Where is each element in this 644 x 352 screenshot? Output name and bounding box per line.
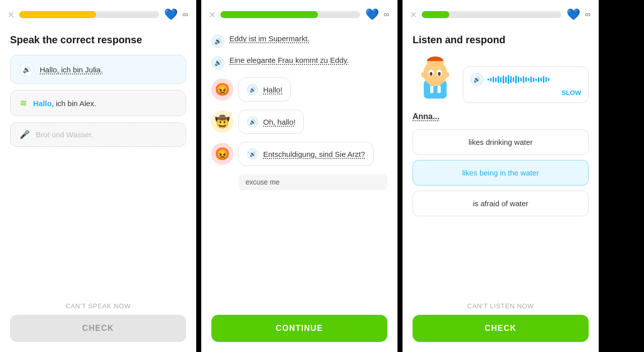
response-rest: ich bin Alex. <box>54 99 96 108</box>
panel3-header: × 💙 ∞ <box>403 0 599 26</box>
waveform-icon: ≋ <box>20 98 27 109</box>
cant-listen-link[interactable]: CAN'T LISTEN NOW <box>467 302 534 310</box>
panel-speak: × 💙 ∞ Speak the correct response 🔊 Hallo… <box>0 0 196 352</box>
close-icon[interactable]: × <box>8 10 14 20</box>
chat-speaker-1[interactable]: 🔊 <box>247 84 258 95</box>
infinity-icon: ∞ <box>183 10 188 19</box>
narrator-speaker-1[interactable]: 🔊 <box>211 35 224 48</box>
svg-point-6 <box>430 72 432 75</box>
chat-text-2: Oh, hallo! <box>263 118 295 126</box>
panel3-footer: CAN'T LISTEN NOW CHECK <box>403 296 599 352</box>
waveform-bar <box>490 78 492 81</box>
avatar-eddy-2: 😡 <box>211 143 233 165</box>
divider-2 <box>397 0 403 352</box>
waveform-bar <box>493 76 494 82</box>
waveform-bar <box>508 75 509 84</box>
waveform-bar <box>535 78 537 81</box>
chat-bubble-1[interactable]: 🔊 Hallo! <box>238 77 291 102</box>
panel-listen: × 💙 ∞ Listen and respond <box>403 0 599 352</box>
waveform-bar <box>488 78 489 80</box>
waveform-bars <box>488 75 581 84</box>
waveform-bar <box>505 76 507 83</box>
chat-section: 🔊 Eddy ist im Supermarkt. 🔊 Eine elegant… <box>211 34 387 301</box>
progress-bar-bg-3 <box>422 11 561 18</box>
divider-1 <box>196 0 201 352</box>
continue-button[interactable]: CONTINUE <box>211 315 387 342</box>
choice-3-button[interactable]: is afraid of water <box>413 191 589 216</box>
waveform-bar <box>543 76 544 83</box>
character-illustration <box>413 53 458 103</box>
chat-speaker-2[interactable]: 🔊 <box>247 116 258 127</box>
check-button[interactable]: CHECK <box>10 315 186 342</box>
narrator-text-1: Eddy ist im Supermarkt. <box>229 34 309 43</box>
waveform-bar <box>545 77 547 82</box>
panel2-footer: CONTINUE <box>201 309 397 352</box>
chat-row-1: 😡 🔊 Hallo! <box>211 77 387 102</box>
waveform-bar <box>510 76 512 83</box>
chat-bubble-3[interactable]: 🔊 Entschuldigung, sind Sie Arzt? <box>238 142 374 166</box>
audio-row: 🔊 <box>470 73 581 86</box>
waveform-bar <box>500 77 502 82</box>
panel-chat: × 💙 ∞ 🔊 Eddy ist im Supermarkt. 🔊 Eine e… <box>201 0 397 352</box>
progress-bar-bg-2 <box>220 11 360 18</box>
progress-bar-fill-2 <box>220 11 318 18</box>
heart-icon-2: 💙 <box>365 8 379 21</box>
panel1-footer: CAN'T SPEAK NOW CHECK <box>0 296 196 352</box>
chat-text-1: Hallo! <box>263 85 282 94</box>
response-text: Hallo, ich bin Alex. <box>33 99 96 108</box>
speech-bubble[interactable]: 🔊 Hallo, ich bin Julia. <box>10 55 186 84</box>
svg-point-11 <box>445 72 449 77</box>
infinity-icon-3: ∞ <box>585 10 591 19</box>
waveform-bar <box>538 77 539 82</box>
waveform-bar <box>548 78 549 81</box>
choice-1-button[interactable]: likes drinking water <box>413 129 589 155</box>
panel3-body: Listen and respond <box>403 26 599 296</box>
audio-speaker-icon[interactable]: 🔊 <box>470 73 484 86</box>
svg-point-10 <box>421 72 426 77</box>
check-button-3[interactable]: CHECK <box>413 315 589 342</box>
svg-rect-9 <box>427 61 444 65</box>
cant-speak-link[interactable]: CAN'T SPEAK NOW <box>65 302 131 310</box>
avatar-eddy: 😡 <box>211 78 233 101</box>
progress-bar-fill <box>19 11 96 18</box>
mic-input[interactable]: 🎤 Brot und Wasser. <box>10 122 186 147</box>
svg-point-7 <box>438 72 440 75</box>
waveform-bar <box>495 77 497 82</box>
close-icon-3[interactable]: × <box>411 10 417 20</box>
waveform-bar <box>533 77 534 82</box>
waveform-bar <box>518 76 519 82</box>
speaker-icon[interactable]: 🔊 <box>20 62 34 76</box>
waveform-bar <box>528 78 529 81</box>
avatar-frau: 🤠 <box>211 111 233 133</box>
progress-bar-fill-3 <box>422 11 450 18</box>
waveform-bar <box>515 75 517 83</box>
chat-text-3: Entschuldigung, sind Sie Arzt? <box>263 150 365 158</box>
svg-rect-2 <box>438 85 441 93</box>
character-area: 🔊 SLOW <box>413 53 589 103</box>
anna-label: Anna... <box>413 112 589 121</box>
narrator-speaker-2[interactable]: 🔊 <box>211 56 224 69</box>
close-icon-2[interactable]: × <box>209 10 215 20</box>
waveform-bar <box>498 76 499 83</box>
narrator-text-2: Eine elegante Frau kommt zu Eddy. <box>229 56 349 64</box>
chat-bubble-2[interactable]: 🔊 Oh, hallo! <box>238 110 304 134</box>
progress-bar-bg <box>19 11 159 18</box>
panel2-body: 🔊 Eddy ist im Supermarkt. 🔊 Eine elegant… <box>201 26 397 309</box>
hallo-word: Hallo, <box>33 99 54 108</box>
response-bubble: ≋ Hallo, ich bin Alex. <box>10 90 186 116</box>
slow-label[interactable]: SLOW <box>470 89 581 97</box>
narrator-line-1: 🔊 Eddy ist im Supermarkt. <box>211 34 387 48</box>
waveform-bar <box>503 75 504 83</box>
choice-2-button[interactable]: likes being in the water <box>413 160 589 186</box>
narrator-line-2: 🔊 Eine elegante Frau kommt zu Eddy. <box>211 56 387 69</box>
audio-box[interactable]: 🔊 SLOW <box>463 66 589 103</box>
mic-icon: 🎤 <box>20 130 30 139</box>
waveform-bar <box>540 77 542 81</box>
chat-speaker-3[interactable]: 🔊 <box>247 148 258 159</box>
infinity-icon-2: ∞ <box>384 10 389 19</box>
panel2-header: × 💙 ∞ <box>201 0 397 26</box>
heart-icon-3: 💙 <box>567 8 580 21</box>
page-title: Speak the correct response <box>10 34 186 46</box>
waveform-bar <box>530 76 532 82</box>
heart-icon: 💙 <box>164 8 178 21</box>
